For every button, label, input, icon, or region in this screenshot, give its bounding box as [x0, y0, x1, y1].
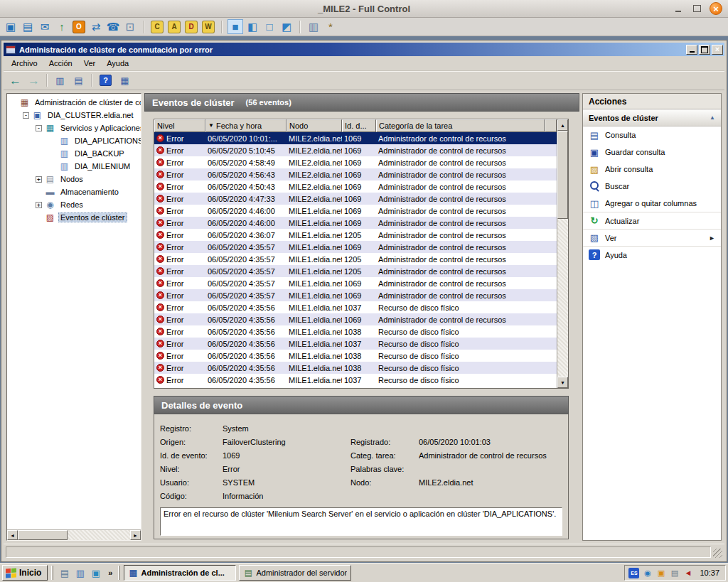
event-row[interactable]: Error 06/05/2020 4:35:56 MILE1.eldia.net…: [154, 313, 557, 325]
maximize-icon[interactable]: [699, 45, 710, 55]
scroll-left-icon[interactable]: [7, 530, 18, 540]
quick-launch-overflow-chevron[interactable]: »: [106, 568, 114, 577]
key-del-icon[interactable]: [185, 21, 198, 33]
event-row[interactable]: Error 06/05/2020 4:35:56 MILE1.eldia.net…: [154, 374, 557, 386]
action-item[interactable]: Guardar consulta: [583, 144, 721, 161]
event-row[interactable]: Error 06/05/2020 4:35:56 MILE1.eldia.net…: [154, 325, 557, 338]
event-row[interactable]: Error 06/05/2020 10:01:... MILE2.eldia.n…: [154, 132, 557, 144]
tree-item[interactable]: + Nodos: [9, 173, 141, 185]
tree-expander[interactable]: -: [23, 112, 29, 119]
tree-item[interactable]: DIA_MILENIUM: [9, 160, 141, 173]
action-item[interactable]: Abrir consulta: [583, 161, 721, 178]
screen-blank-icon[interactable]: [262, 19, 277, 34]
help-icon[interactable]: [100, 75, 112, 86]
fullscreen-icon[interactable]: [228, 19, 243, 34]
event-row[interactable]: Error 06/05/2020 4:35:57 MILE1.eldia.net…: [154, 253, 557, 265]
network-globe-icon[interactable]: [642, 568, 653, 578]
new-connection-icon[interactable]: [3, 19, 18, 34]
action-item[interactable]: Ayuda: [583, 246, 721, 263]
resize-grip-icon[interactable]: [713, 549, 722, 558]
event-row[interactable]: Error 06/05/2020 4:47:33 MILE2.eldia.net…: [154, 193, 557, 205]
column-header[interactable]: Nodo: [287, 119, 342, 132]
event-row[interactable]: Error 06/05/2020 4:35:57 MILE1.eldia.net…: [154, 265, 557, 277]
scale-view-icon[interactable]: [245, 19, 260, 34]
action-item[interactable]: Agregar o quitar columnas: [583, 195, 721, 212]
event-row[interactable]: Error 06/05/2020 4:46:00 MILE1.eldia.net…: [154, 205, 557, 217]
menu-item[interactable]: Ayuda: [101, 58, 134, 69]
column-header[interactable]: [545, 119, 557, 132]
show-console-tree-icon[interactable]: [51, 72, 69, 88]
tree-expander[interactable]: +: [36, 202, 42, 208]
column-header[interactable]: Id. d...: [342, 119, 376, 132]
collapse-icon[interactable]: [710, 114, 715, 121]
tree-item[interactable]: Administración de clúster de conmu: [9, 96, 141, 109]
action-item[interactable]: Ver ►: [583, 229, 721, 246]
event-row[interactable]: Error 06/05/2020 4:35:56 MILE1.eldia.net…: [154, 350, 557, 362]
taskbar-task[interactable]: Administrador del servidor: [239, 565, 351, 581]
display-icon[interactable]: [669, 568, 680, 578]
maximize-icon[interactable]: [691, 3, 702, 14]
event-row[interactable]: Error 06/05/2020 4:50:43 MILE2.eldia.net…: [154, 180, 557, 193]
taskbar-task[interactable]: Administración de cl...: [124, 565, 236, 581]
tree-expander[interactable]: +: [36, 176, 42, 183]
update-icon[interactable]: [655, 568, 666, 578]
window-titlebar[interactable]: Administración de clúster de conmutación…: [4, 43, 724, 56]
menu-item[interactable]: Acción: [43, 58, 78, 69]
forward-icon[interactable]: [25, 72, 43, 88]
tree-item[interactable]: DIA_APLICATIONS: [9, 134, 141, 147]
event-row[interactable]: Error 06/05/2020 4:35:56 MILE1.eldia.net…: [154, 301, 557, 313]
media-player-icon[interactable]: [88, 566, 103, 580]
dial-icon[interactable]: [105, 19, 121, 34]
column-header[interactable]: Nivel: [154, 119, 205, 132]
event-row[interactable]: Error 06/05/2020 4:35:56 MILE1.eldia.net…: [154, 362, 557, 374]
column-header[interactable]: ▼ Fecha y hora: [205, 119, 287, 132]
start-button[interactable]: Inicio: [2, 565, 48, 581]
file-transfer-icon[interactable]: [88, 19, 104, 34]
minimize-icon[interactable]: [673, 3, 684, 14]
action-item[interactable]: Buscar: [583, 178, 721, 195]
save-session-icon[interactable]: [20, 19, 36, 34]
brand-icon[interactable]: [73, 21, 85, 33]
event-row[interactable]: Error 06/05/2020 4:56:43 MILE2.eldia.net…: [154, 168, 557, 180]
actions-group-header[interactable]: Eventos de clúster: [583, 109, 721, 126]
action-item[interactable]: Actualizar: [583, 212, 721, 229]
key-alt-icon[interactable]: [168, 21, 181, 33]
key-ctrl-icon[interactable]: [151, 21, 164, 33]
menu-item[interactable]: Archivo: [6, 58, 43, 69]
tools-icon[interactable]: [323, 19, 338, 34]
event-row[interactable]: Error 06/05/2020 4:46:00 MILE1.eldia.net…: [154, 217, 557, 229]
tree-item[interactable]: + Redes: [9, 198, 141, 211]
tree-item[interactable]: Eventos de clúster: [9, 211, 141, 224]
event-row[interactable]: Error 06/05/2020 4:35:57 MILE1.eldia.net…: [154, 241, 557, 253]
key-win-icon[interactable]: [202, 21, 215, 33]
tree-item[interactable]: DIA_BACKUP: [9, 147, 141, 160]
tree-expander[interactable]: -: [36, 125, 42, 131]
column-header[interactable]: Categoría de la tarea: [376, 119, 545, 132]
properties-icon[interactable]: [116, 72, 134, 88]
tree-item[interactable]: - Servicios y Aplicaciones: [9, 122, 141, 134]
close-icon[interactable]: [710, 2, 722, 15]
scroll-right-icon[interactable]: [130, 530, 141, 540]
show-desktop-icon[interactable]: [57, 566, 72, 580]
close-icon[interactable]: [712, 45, 723, 55]
connection-options-icon[interactable]: [37, 19, 53, 34]
event-row[interactable]: Error 06/05/2020 4:35:57 MILE1.eldia.net…: [154, 277, 557, 289]
tree-item[interactable]: - DIA_CLUSTER.eldia.net: [9, 109, 141, 122]
scroll-track[interactable]: [557, 131, 568, 377]
event-row[interactable]: Error 06/05/2020 4:58:49 MILE2.eldia.net…: [154, 156, 557, 168]
view-region-icon[interactable]: [279, 19, 294, 34]
scroll-down-icon[interactable]: [557, 377, 568, 388]
tree-item[interactable]: Almacenamiento: [9, 185, 141, 198]
minimize-icon[interactable]: [686, 45, 697, 55]
window-list-icon[interactable]: [306, 19, 321, 34]
scroll-up-icon[interactable]: [557, 119, 568, 131]
export-list-icon[interactable]: [70, 72, 87, 88]
event-row[interactable]: Error 06/05/2020 4:35:57 MILE1.eldia.net…: [154, 289, 557, 301]
tree-horizontal-scrollbar[interactable]: [7, 529, 141, 540]
event-row[interactable]: Error 06/05/2020 4:36:07 MILE1.eldia.net…: [154, 229, 557, 241]
back-icon[interactable]: [6, 72, 24, 88]
chat-icon[interactable]: [122, 19, 138, 34]
event-row[interactable]: Error 06/05/2020 5:10:45 MILE2.eldia.net…: [154, 144, 557, 156]
scroll-track[interactable]: [18, 530, 130, 540]
scroll-thumb[interactable]: [557, 131, 568, 219]
